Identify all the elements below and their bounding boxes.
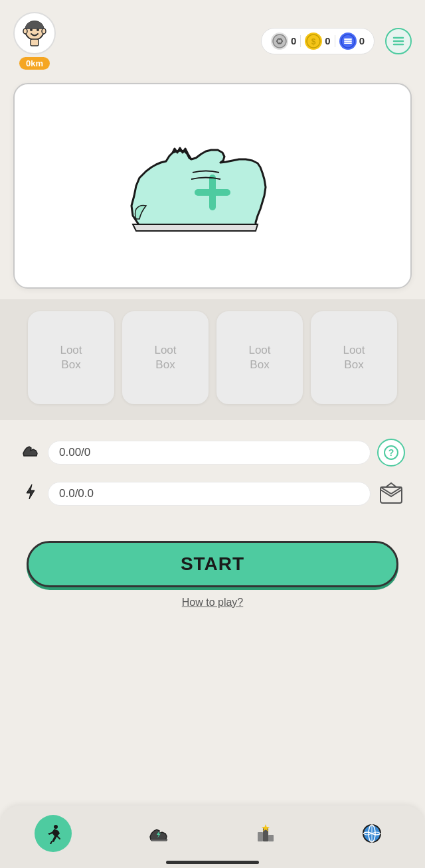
svg-text:?: ? <box>388 447 394 458</box>
svg-rect-16 <box>258 832 263 841</box>
steps-icon <box>20 441 41 464</box>
shoes-nav-icon <box>148 822 171 845</box>
leaderboard-icon-bg <box>247 815 284 852</box>
avatar-container: 0km <box>13 12 56 70</box>
currency2-item: $ 0 <box>305 33 330 50</box>
loot-box-3-label: LootBox <box>248 343 270 372</box>
nav-run[interactable] <box>27 815 80 852</box>
energy-bar: 0.0/0.0 <box>48 482 371 506</box>
svg-point-3 <box>23 29 27 34</box>
leaderboard-icon <box>255 823 276 844</box>
energy-icon <box>20 482 41 505</box>
menu-icon <box>391 34 406 48</box>
loot-box-1-label: LootBox <box>60 343 82 372</box>
svg-rect-5 <box>31 39 39 46</box>
svg-point-2 <box>37 29 39 31</box>
world-icon-bg <box>353 815 390 852</box>
currency3-icon <box>339 33 357 50</box>
avatar[interactable] <box>13 12 56 54</box>
lightning-icon <box>21 482 40 501</box>
solana-icon <box>341 34 355 48</box>
recycle-icon <box>272 34 287 48</box>
loot-box-4[interactable]: LootBox <box>311 311 397 404</box>
help-button[interactable]: ? <box>377 439 405 467</box>
currency3-count: 0 <box>359 35 365 46</box>
divider1 <box>300 35 301 47</box>
nav-shoes[interactable] <box>133 815 186 852</box>
loot-box-2[interactable]: LootBox <box>122 311 209 404</box>
loot-box-3[interactable]: LootBox <box>216 311 303 404</box>
svg-text:$: $ <box>311 37 316 46</box>
loot-boxes-section: LootBox LootBox LootBox LootBox <box>0 299 425 420</box>
currency-bar: 0 $ 0 0 <box>261 28 375 54</box>
sneaker-card[interactable] <box>13 83 412 289</box>
nav-leaderboard[interactable] <box>239 815 292 852</box>
steps-value: 0.00/0 <box>59 446 90 459</box>
currency2-count: 0 <box>325 35 330 46</box>
energy-value: 0.0/0.0 <box>59 487 94 500</box>
currency2-icon: $ <box>305 33 322 50</box>
stats-section: 0.00/0 ? 0.0/0.0 <box>0 420 425 528</box>
world-icon <box>361 823 382 844</box>
currency1-count: 0 <box>291 35 296 46</box>
menu-button[interactable] <box>385 28 412 54</box>
mail-icon <box>378 480 404 507</box>
loot-box-2-label: LootBox <box>154 343 176 372</box>
start-section: START How to play? <box>0 528 425 615</box>
run-icon <box>42 823 64 844</box>
mail-button[interactable] <box>377 480 405 508</box>
energy-row: 0.0/0.0 <box>20 480 405 508</box>
header: 0km 0 $ <box>0 0 425 76</box>
help-icon: ? <box>383 445 399 461</box>
steps-bar: 0.00/0 <box>48 441 371 465</box>
svg-rect-18 <box>268 835 274 841</box>
start-button[interactable]: START <box>27 541 398 587</box>
currency1-icon <box>271 33 288 50</box>
run-icon-bg <box>35 815 72 852</box>
svg-point-6 <box>273 35 286 48</box>
distance-badge: 0km <box>19 57 50 70</box>
currency1-item: 0 <box>271 33 296 50</box>
shoe-icon <box>21 441 40 460</box>
currency3-item: 0 <box>339 33 365 50</box>
steps-row: 0.00/0 ? <box>20 439 405 467</box>
loot-box-4-label: LootBox <box>343 343 365 372</box>
nav-world[interactable] <box>345 815 398 852</box>
sneaker-section <box>0 76 425 299</box>
loot-box-1[interactable]: LootBox <box>28 311 114 404</box>
svg-point-15 <box>54 825 58 829</box>
how-to-play-link[interactable]: How to play? <box>182 597 244 609</box>
divider2 <box>335 35 335 47</box>
avatar-face-icon <box>19 17 50 49</box>
svg-point-1 <box>30 29 33 31</box>
bottom-nav <box>0 806 425 868</box>
coin-icon: $ <box>306 34 321 48</box>
svg-point-4 <box>42 29 46 34</box>
home-indicator <box>166 861 259 864</box>
shoes-icon-bg <box>141 815 178 852</box>
sneaker-illustration <box>113 119 312 252</box>
